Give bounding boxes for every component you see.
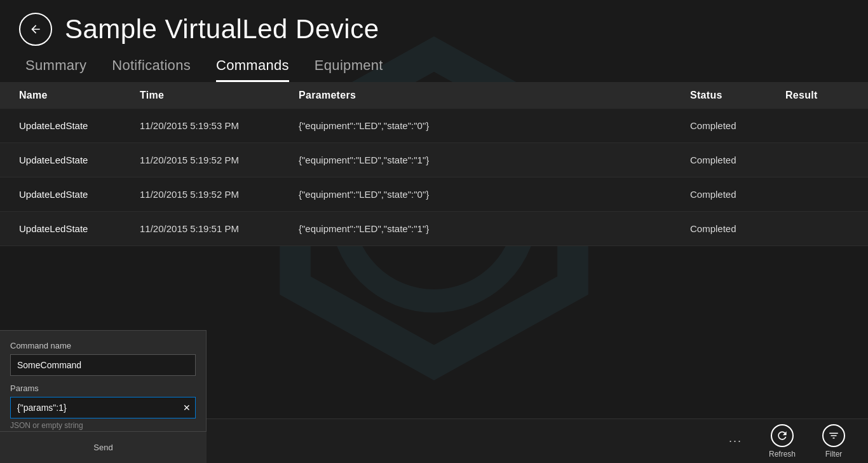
cell-result [773,109,868,143]
cell-status: Completed [677,177,773,212]
filter-icon [828,430,839,441]
table-row[interactable]: UpdateLedState 11/20/2015 5:19:52 PM {"e… [0,143,868,177]
params-input[interactable] [10,397,196,418]
nav-tabs: Summary Notifications Commands Equipment [0,52,868,82]
refresh-action[interactable]: Refresh [759,419,806,464]
commands-table: Name Time Parameters Status Result Updat… [0,82,868,246]
page-title: Sample VirtualLed Device [65,14,379,45]
table-row[interactable]: UpdateLedState 11/20/2015 5:19:51 PM {"e… [0,212,868,246]
table-header-row: Name Time Parameters Status Result [0,82,868,109]
filter-action[interactable]: Filter [812,419,855,464]
table-row[interactable]: UpdateLedState 11/20/2015 5:19:52 PM {"e… [0,177,868,212]
cell-name: UpdateLedState [0,143,127,177]
cell-result [773,212,868,246]
refresh-icon [776,429,789,442]
column-header-result: Result [773,82,868,109]
column-header-time: Time [127,82,286,109]
column-header-status: Status [677,82,773,109]
bottom-bar: ··· Refresh Filter [207,418,868,463]
cell-status: Completed [677,109,773,143]
cell-parameters: {"equipment":"LED","state":"0"} [286,109,677,143]
cell-time: 11/20/2015 5:19:52 PM [127,177,286,212]
bottom-send-label: Send [93,443,112,452]
header: Sample VirtualLed Device [0,0,868,52]
cell-name: UpdateLedState [0,177,127,212]
cell-status: Completed [677,143,773,177]
params-label: Params [10,384,196,393]
cell-status: Completed [677,212,773,246]
cell-time: 11/20/2015 5:19:51 PM [127,212,286,246]
cell-result [773,177,868,212]
more-options-button[interactable]: ··· [719,429,752,453]
cell-time: 11/20/2015 5:19:52 PM [127,143,286,177]
tab-notifications[interactable]: Notifications [112,52,191,82]
cell-parameters: {"equipment":"LED","state":"1"} [286,143,677,177]
tab-commands[interactable]: Commands [216,52,289,82]
command-name-input[interactable] [10,354,196,376]
cell-parameters: {"equipment":"LED","state":"0"} [286,177,677,212]
command-name-label: Command name [10,341,196,350]
tab-summary[interactable]: Summary [25,52,86,82]
back-button[interactable] [19,13,52,46]
column-header-parameters: Parameters [286,82,677,109]
cell-result [773,143,868,177]
cell-name: UpdateLedState [0,109,127,143]
commands-table-container: Name Time Parameters Status Result Updat… [0,82,868,246]
cell-name: UpdateLedState [0,212,127,246]
params-wrapper: ✕ [10,397,196,418]
cell-parameters: {"equipment":"LED","state":"1"} [286,212,677,246]
table-row[interactable]: UpdateLedState 11/20/2015 5:19:53 PM {"e… [0,109,868,143]
tab-equipment[interactable]: Equipment [315,52,383,82]
filter-icon-circle [822,424,845,447]
refresh-label: Refresh [769,450,796,459]
filter-label: Filter [825,450,843,459]
refresh-icon-circle [771,424,794,447]
bottom-send-area: Send [0,431,207,463]
cell-time: 11/20/2015 5:19:53 PM [127,109,286,143]
clear-params-button[interactable]: ✕ [183,403,191,413]
column-header-name: Name [0,82,127,109]
params-hint: JSON or empty string [10,421,196,430]
